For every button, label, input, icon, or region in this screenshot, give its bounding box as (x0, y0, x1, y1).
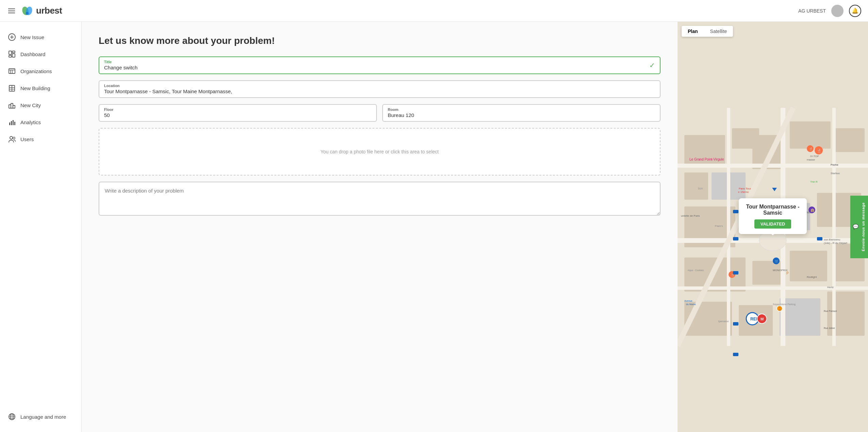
logo-text: urbest (36, 5, 62, 16)
floor-field-wrapper: Floor (99, 104, 377, 122)
sidebar-item-language[interactable]: Language and more (0, 408, 81, 425)
sidebar-label-new-building: New Building (20, 85, 50, 91)
app-header: urbest AG URBEST 🔔 (0, 0, 868, 22)
photo-drop-text: You can drop a photo file here or click … (320, 149, 438, 154)
room-label: Room (388, 107, 655, 112)
sidebar-label-analytics: Analytics (20, 119, 41, 125)
svg-rect-114 (733, 353, 738, 356)
svg-rect-22 (9, 122, 10, 125)
chat-side-button[interactable]: Envoie-nous un message 💬 (850, 196, 868, 258)
svg-text:Paris Tour: Paris Tour (739, 187, 751, 190)
svg-rect-10 (9, 69, 15, 73)
photo-drop-area[interactable]: You can drop a photo file here or click … (99, 128, 661, 176)
header-left: urbest (7, 5, 62, 17)
svg-text:rique - Cookies: rique - Cookies (688, 269, 704, 272)
map-popup: Tour Montparnasse -Samsic VALIDATED (739, 198, 807, 234)
sidebar-item-new-city[interactable]: New City (0, 97, 81, 114)
svg-rect-24 (13, 120, 14, 125)
svg-rect-109 (733, 271, 738, 275)
plan-toggle-btn[interactable]: Plan (682, 26, 704, 37)
sidebar-label-language: Language and more (20, 414, 66, 420)
svg-rect-110 (733, 237, 738, 240)
room-field-wrapper: Room (382, 104, 661, 122)
svg-rect-8 (12, 54, 15, 57)
building-icon (8, 84, 16, 92)
satellite-toggle-btn[interactable]: Satellite (704, 26, 733, 37)
svg-text:Starbuc: Starbuc (831, 172, 840, 175)
svg-text:Le Grand Point-Virgule: Le Grand Point-Virgule (689, 157, 724, 161)
user-name: AG URBEST (798, 8, 826, 14)
sidebar: New Issue Dashboard (0, 22, 82, 432)
map-popup-title: Tour Montparnasse -Samsic (746, 204, 800, 216)
svg-text:🍴: 🍴 (817, 148, 821, 153)
sidebar-item-users[interactable]: Users (0, 131, 81, 148)
location-field-group: Location (99, 80, 661, 98)
svg-rect-19 (11, 103, 13, 108)
svg-text:Rue Poinsot: Rue Poinsot (824, 310, 837, 312)
page-title: Let us know more about your problem! (99, 35, 661, 46)
svg-text:🏨: 🏨 (811, 208, 815, 212)
svg-text:e 15ème: e 15ème (738, 190, 749, 194)
svg-text:sse-Bienvenu: sse-Bienvenu (824, 238, 840, 241)
analytics-icon (8, 118, 16, 126)
svg-rect-9 (9, 55, 12, 57)
svg-rect-36 (684, 172, 708, 200)
svg-text:Rue Jolive: Rue Jolive (824, 327, 835, 329)
bell-button[interactable]: 🔔 (849, 5, 861, 17)
svg-text:IY-TOP: IY-TOP (810, 155, 819, 158)
sidebar-item-dashboard[interactable]: Dashboard (0, 46, 81, 63)
organizations-icon (8, 67, 16, 75)
sidebar-item-new-issue[interactable]: New Issue (0, 29, 81, 46)
svg-text:tion: tion (698, 187, 703, 190)
floor-input[interactable] (104, 112, 371, 118)
svg-point-26 (10, 136, 13, 139)
location-input[interactable] (104, 88, 655, 94)
svg-text:🚶: 🚶 (778, 307, 782, 311)
title-input[interactable] (104, 65, 655, 70)
sidebar-label-organizations: Organizations (20, 68, 52, 74)
svg-text:rnasse: rnasse (807, 158, 815, 161)
svg-rect-46 (752, 261, 783, 285)
logo-icon (21, 5, 33, 17)
svg-text:Flam's: Flam's (715, 225, 723, 228)
title-label: Title (104, 60, 655, 64)
floor-field-group: Floor (99, 104, 377, 122)
sidebar-label-new-issue: New Issue (20, 34, 44, 40)
chat-side-label: Envoie-nous un message (861, 202, 865, 251)
title-field-wrapper: Title ✓ (99, 56, 661, 74)
plus-circle-icon (8, 33, 16, 41)
sidebar-label-users: Users (20, 136, 34, 142)
svg-text:MONOPRIX: MONOPRIX (773, 269, 788, 272)
svg-text:du Maine: du Maine (686, 303, 696, 305)
svg-point-2 (26, 12, 29, 15)
svg-rect-7 (12, 51, 15, 53)
svg-text:Thé R: Thé R (810, 180, 818, 183)
svg-point-27 (13, 137, 15, 139)
svg-text:Sopag Maine Parking: Sopag Maine Parking (773, 303, 796, 306)
room-input[interactable] (388, 112, 655, 118)
svg-text:🍴: 🍴 (809, 147, 813, 151)
svg-rect-112 (733, 322, 738, 326)
header-right: AG URBEST 🔔 (798, 5, 861, 17)
avatar-icon (831, 5, 844, 17)
dashboard-icon (8, 50, 16, 58)
app-logo: urbest (21, 5, 62, 17)
sidebar-item-analytics[interactable]: Analytics (0, 114, 81, 131)
check-icon: ✓ (649, 61, 655, 69)
svg-rect-40 (834, 128, 865, 152)
sidebar-label-dashboard: Dashboard (20, 51, 45, 57)
sidebar-item-organizations[interactable]: Organizations (0, 63, 81, 80)
sidebar-item-new-building[interactable]: New Building (0, 80, 81, 97)
description-textarea[interactable] (99, 182, 661, 216)
svg-text:(14e) - R du Départ: (14e) - R du Départ (824, 242, 848, 245)
room-field-group: Room (382, 104, 661, 122)
svg-rect-20 (13, 105, 15, 108)
svg-text:Redlight: Redlight (807, 276, 817, 279)
hamburger-menu[interactable] (7, 7, 16, 15)
location-field-wrapper: Location (99, 80, 661, 98)
validated-badge: VALIDATED (754, 219, 791, 229)
svg-text:Avenue: Avenue (684, 300, 692, 302)
svg-text:🛒: 🛒 (775, 259, 779, 263)
floor-room-row: Floor Room (99, 104, 661, 128)
app-layout: New Issue Dashboard (0, 0, 868, 432)
